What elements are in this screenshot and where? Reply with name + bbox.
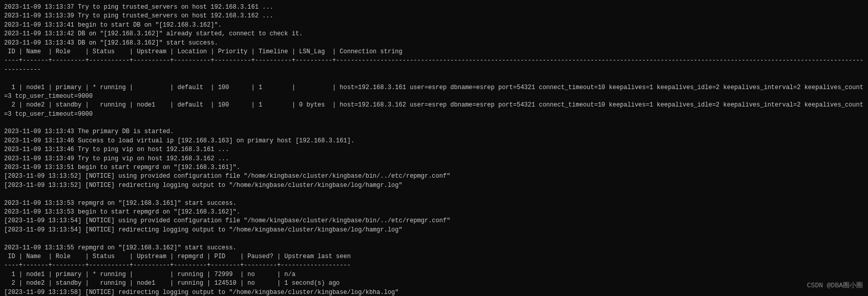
watermark: CSDN @DBA圈小圈: [807, 281, 863, 291]
terminal-output: 2023-11-09 13:13:37 Try to ping trusted_…: [4, 3, 864, 296]
